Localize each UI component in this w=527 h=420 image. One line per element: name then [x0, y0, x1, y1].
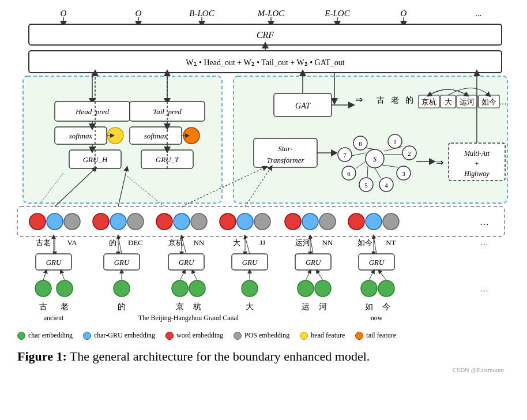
svg-text:老: 老: [391, 96, 399, 104]
svg-text:⇒: ⇒: [436, 158, 443, 167]
svg-text:…: …: [481, 284, 488, 293]
svg-text:8: 8: [359, 140, 362, 147]
svg-point-106: [174, 213, 190, 230]
svg-point-159: [242, 280, 258, 297]
svg-text:的: 的: [109, 238, 116, 247]
svg-text:E-LOC: E-LOC: [324, 9, 350, 18]
svg-point-101: [64, 213, 80, 230]
svg-point-109: [237, 213, 253, 230]
svg-text:O: O: [135, 9, 142, 18]
svg-text:运河: 运河: [295, 238, 310, 247]
svg-text:运: 运: [302, 302, 310, 311]
svg-point-165: [361, 280, 377, 297]
svg-text:3: 3: [402, 170, 405, 177]
svg-text:W₁ • Head_out + W₂ • Tail_out : W₁ • Head_out + W₂ • Tail_out + W₃ • GAT…: [186, 58, 344, 67]
svg-point-153: [114, 280, 130, 297]
svg-point-150: [57, 280, 73, 297]
svg-text:…: …: [480, 217, 489, 227]
svg-point-105: [156, 213, 172, 230]
legend-word-embedding-label: word embedding: [176, 331, 223, 340]
svg-point-99: [29, 213, 46, 230]
figure-caption-text: The general architecture for the boundar…: [70, 349, 370, 363]
svg-text:NN: NN: [322, 238, 333, 247]
svg-text:河: 河: [319, 302, 327, 311]
svg-text:京杭: 京杭: [421, 97, 436, 106]
svg-point-166: [378, 280, 394, 297]
svg-text:GAT: GAT: [295, 102, 311, 110]
svg-text:⇒: ⇒: [355, 95, 363, 104]
svg-text:Transformer: Transformer: [266, 156, 304, 164]
svg-text:JJ: JJ: [259, 238, 265, 247]
svg-text:O: O: [61, 9, 67, 18]
legend-head-feature: head feature: [300, 331, 345, 340]
svg-text:…: …: [499, 97, 507, 106]
svg-line-179: [379, 271, 386, 280]
svg-text:古老: 古老: [36, 238, 51, 247]
svg-point-161: [298, 280, 314, 297]
svg-text:老: 老: [61, 302, 69, 311]
svg-text:GRU: GRU: [179, 258, 195, 267]
svg-line-177: [317, 271, 323, 280]
legend-tail-label: tail feature: [366, 331, 396, 340]
svg-text:1: 1: [393, 138, 397, 145]
svg-line-184: [118, 237, 122, 254]
svg-point-155: [172, 280, 188, 297]
char-embedding-icon: [17, 332, 25, 340]
svg-text:now: now: [371, 314, 383, 322]
svg-text:...: ...: [475, 9, 481, 18]
svg-text:杭: 杭: [193, 302, 201, 311]
svg-text:大: 大: [246, 302, 254, 311]
legend-pos-label: POS embedding: [244, 331, 289, 340]
pos-embedding-icon: [234, 332, 242, 340]
legend-char-gru-embedding: char-GRU embedding: [83, 331, 155, 340]
svg-text:Star-: Star-: [278, 144, 293, 153]
svg-text:DEC: DEC: [128, 238, 143, 247]
legend-char-embedding: char embedding: [17, 331, 73, 340]
svg-text:如今: 如今: [357, 238, 372, 247]
svg-text:+: +: [475, 160, 479, 168]
architecture-diagram: O O B-LOC M-LOC E-LOC O ... CRF W₁ •: [12, 6, 515, 329]
svg-text:大: 大: [233, 238, 240, 247]
svg-point-115: [366, 213, 382, 230]
svg-text:NT: NT: [386, 238, 396, 247]
svg-text:softmax: softmax: [69, 132, 93, 140]
svg-text:GRU: GRU: [46, 258, 62, 267]
svg-text:B-LOC: B-LOC: [189, 9, 214, 18]
svg-text:Highway: Highway: [464, 170, 490, 178]
svg-text:VA: VA: [67, 238, 77, 247]
svg-point-116: [383, 213, 399, 230]
svg-point-108: [220, 213, 236, 230]
svg-point-100: [47, 213, 63, 230]
char-gru-embedding-icon: [83, 332, 91, 340]
svg-line-173: [180, 271, 185, 280]
svg-point-162: [315, 280, 331, 297]
svg-text:京: 京: [176, 302, 184, 311]
svg-text:NN: NN: [194, 238, 205, 247]
svg-text:2: 2: [408, 150, 411, 157]
svg-text:CRF: CRF: [257, 30, 274, 40]
svg-text:的: 的: [118, 302, 126, 311]
svg-text:5: 5: [364, 182, 368, 189]
figure-label: Figure 1:: [17, 349, 67, 363]
svg-text:4: 4: [385, 182, 388, 189]
legend-char-gru-label: char-GRU embedding: [94, 331, 155, 340]
svg-text:如今: 如今: [481, 97, 496, 106]
svg-text:M-LOC: M-LOC: [257, 9, 285, 18]
svg-line-186: [245, 237, 250, 254]
svg-text:GRU: GRU: [114, 258, 130, 267]
svg-text:京杭: 京杭: [168, 238, 183, 247]
svg-point-103: [110, 213, 126, 230]
svg-text:Multi-Att: Multi-Att: [464, 149, 490, 158]
svg-text:今: 今: [382, 302, 390, 311]
svg-text:大: 大: [445, 97, 452, 106]
svg-point-113: [319, 213, 336, 230]
svg-point-110: [254, 213, 270, 230]
csdn-watermark: CSDN @Eastmount: [12, 366, 515, 373]
legend-word-embedding: word embedding: [165, 331, 223, 340]
svg-line-187: [310, 237, 313, 254]
svg-text:…: …: [481, 238, 488, 247]
figure-caption: Figure 1: The general architecture for t…: [12, 348, 515, 365]
svg-text:GRU: GRU: [369, 258, 385, 267]
svg-text:7: 7: [343, 152, 347, 159]
legend-tail-feature: tail feature: [355, 331, 396, 340]
